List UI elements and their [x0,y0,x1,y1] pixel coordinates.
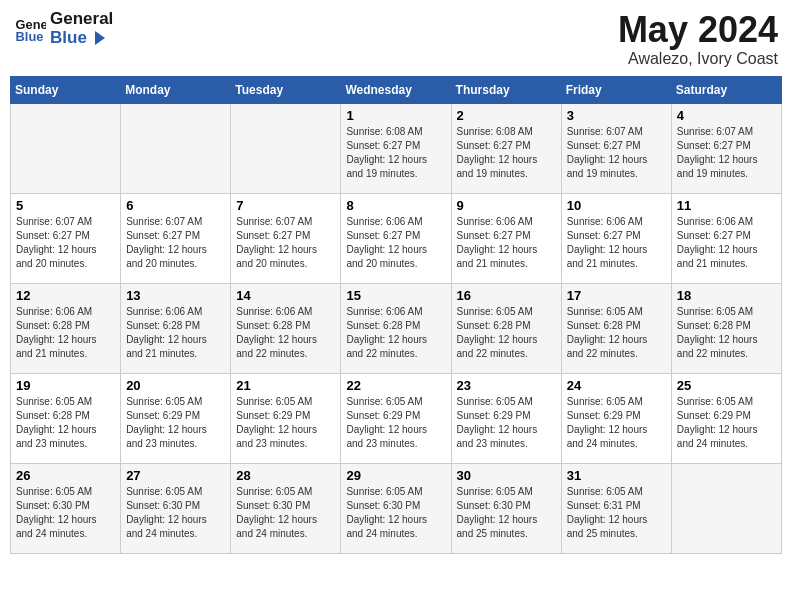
day-info: Sunrise: 6:05 AMSunset: 6:31 PMDaylight:… [567,485,666,541]
day-info: Sunrise: 6:06 AMSunset: 6:27 PMDaylight:… [346,215,445,271]
day-cell: 1Sunrise: 6:08 AMSunset: 6:27 PMDaylight… [341,103,451,193]
day-number: 14 [236,288,335,303]
day-number: 24 [567,378,666,393]
day-number: 10 [567,198,666,213]
day-cell: 8Sunrise: 6:06 AMSunset: 6:27 PMDaylight… [341,193,451,283]
day-cell: 13Sunrise: 6:06 AMSunset: 6:28 PMDayligh… [121,283,231,373]
day-number: 6 [126,198,225,213]
location: Awalezo, Ivory Coast [618,50,778,68]
day-number: 8 [346,198,445,213]
day-info: Sunrise: 6:05 AMSunset: 6:30 PMDaylight:… [457,485,556,541]
title-block: May 2024 Awalezo, Ivory Coast [618,10,778,68]
day-info: Sunrise: 6:05 AMSunset: 6:28 PMDaylight:… [457,305,556,361]
day-number: 22 [346,378,445,393]
day-number: 7 [236,198,335,213]
day-cell: 19Sunrise: 6:05 AMSunset: 6:28 PMDayligh… [11,373,121,463]
svg-marker-3 [95,31,105,45]
day-number: 9 [457,198,556,213]
weekday-header-thursday: Thursday [451,76,561,103]
day-cell: 21Sunrise: 6:05 AMSunset: 6:29 PMDayligh… [231,373,341,463]
day-cell: 25Sunrise: 6:05 AMSunset: 6:29 PMDayligh… [671,373,781,463]
week-row-1: 1Sunrise: 6:08 AMSunset: 6:27 PMDaylight… [11,103,782,193]
day-cell [231,103,341,193]
day-info: Sunrise: 6:06 AMSunset: 6:28 PMDaylight:… [346,305,445,361]
day-number: 21 [236,378,335,393]
day-info: Sunrise: 6:05 AMSunset: 6:30 PMDaylight:… [16,485,115,541]
weekday-header-row: SundayMondayTuesdayWednesdayThursdayFrid… [11,76,782,103]
calendar-table: SundayMondayTuesdayWednesdayThursdayFrid… [10,76,782,554]
day-cell: 16Sunrise: 6:05 AMSunset: 6:28 PMDayligh… [451,283,561,373]
day-info: Sunrise: 6:05 AMSunset: 6:28 PMDaylight:… [677,305,776,361]
day-number: 29 [346,468,445,483]
day-cell: 28Sunrise: 6:05 AMSunset: 6:30 PMDayligh… [231,463,341,553]
day-info: Sunrise: 6:05 AMSunset: 6:28 PMDaylight:… [567,305,666,361]
day-cell: 18Sunrise: 6:05 AMSunset: 6:28 PMDayligh… [671,283,781,373]
day-number: 3 [567,108,666,123]
day-cell: 6Sunrise: 6:07 AMSunset: 6:27 PMDaylight… [121,193,231,283]
day-number: 17 [567,288,666,303]
day-cell: 5Sunrise: 6:07 AMSunset: 6:27 PMDaylight… [11,193,121,283]
day-cell: 10Sunrise: 6:06 AMSunset: 6:27 PMDayligh… [561,193,671,283]
day-cell: 15Sunrise: 6:06 AMSunset: 6:28 PMDayligh… [341,283,451,373]
day-info: Sunrise: 6:05 AMSunset: 6:29 PMDaylight:… [346,395,445,451]
day-number: 16 [457,288,556,303]
day-info: Sunrise: 6:07 AMSunset: 6:27 PMDaylight:… [677,125,776,181]
day-info: Sunrise: 6:06 AMSunset: 6:28 PMDaylight:… [236,305,335,361]
day-number: 11 [677,198,776,213]
weekday-header-sunday: Sunday [11,76,121,103]
weekday-header-friday: Friday [561,76,671,103]
day-number: 26 [16,468,115,483]
day-info: Sunrise: 6:07 AMSunset: 6:27 PMDaylight:… [126,215,225,271]
day-cell: 3Sunrise: 6:07 AMSunset: 6:27 PMDaylight… [561,103,671,193]
day-number: 31 [567,468,666,483]
day-cell: 2Sunrise: 6:08 AMSunset: 6:27 PMDaylight… [451,103,561,193]
weekday-header-monday: Monday [121,76,231,103]
day-info: Sunrise: 6:06 AMSunset: 6:28 PMDaylight:… [126,305,225,361]
weekday-header-wednesday: Wednesday [341,76,451,103]
day-number: 13 [126,288,225,303]
day-cell [671,463,781,553]
logo-blue: Blue [50,29,113,48]
day-number: 18 [677,288,776,303]
day-cell: 20Sunrise: 6:05 AMSunset: 6:29 PMDayligh… [121,373,231,463]
logo: General Blue General Blue [14,10,113,47]
day-cell: 31Sunrise: 6:05 AMSunset: 6:31 PMDayligh… [561,463,671,553]
day-number: 25 [677,378,776,393]
day-cell: 14Sunrise: 6:06 AMSunset: 6:28 PMDayligh… [231,283,341,373]
day-number: 2 [457,108,556,123]
day-cell: 17Sunrise: 6:05 AMSunset: 6:28 PMDayligh… [561,283,671,373]
day-info: Sunrise: 6:06 AMSunset: 6:28 PMDaylight:… [16,305,115,361]
weekday-header-saturday: Saturday [671,76,781,103]
day-info: Sunrise: 6:07 AMSunset: 6:27 PMDaylight:… [236,215,335,271]
svg-text:Blue: Blue [16,29,44,44]
day-number: 23 [457,378,556,393]
day-number: 4 [677,108,776,123]
day-info: Sunrise: 6:05 AMSunset: 6:30 PMDaylight:… [126,485,225,541]
day-number: 12 [16,288,115,303]
day-number: 28 [236,468,335,483]
day-number: 19 [16,378,115,393]
day-number: 30 [457,468,556,483]
day-info: Sunrise: 6:07 AMSunset: 6:27 PMDaylight:… [16,215,115,271]
day-info: Sunrise: 6:06 AMSunset: 6:27 PMDaylight:… [677,215,776,271]
day-info: Sunrise: 6:08 AMSunset: 6:27 PMDaylight:… [346,125,445,181]
day-info: Sunrise: 6:05 AMSunset: 6:30 PMDaylight:… [236,485,335,541]
day-cell: 7Sunrise: 6:07 AMSunset: 6:27 PMDaylight… [231,193,341,283]
day-number: 20 [126,378,225,393]
week-row-5: 26Sunrise: 6:05 AMSunset: 6:30 PMDayligh… [11,463,782,553]
day-cell: 27Sunrise: 6:05 AMSunset: 6:30 PMDayligh… [121,463,231,553]
day-info: Sunrise: 6:05 AMSunset: 6:28 PMDaylight:… [16,395,115,451]
weekday-header-tuesday: Tuesday [231,76,341,103]
logo-general: General [50,10,113,29]
day-cell: 24Sunrise: 6:05 AMSunset: 6:29 PMDayligh… [561,373,671,463]
day-cell: 29Sunrise: 6:05 AMSunset: 6:30 PMDayligh… [341,463,451,553]
day-info: Sunrise: 6:05 AMSunset: 6:29 PMDaylight:… [457,395,556,451]
day-info: Sunrise: 6:06 AMSunset: 6:27 PMDaylight:… [567,215,666,271]
day-cell: 9Sunrise: 6:06 AMSunset: 6:27 PMDaylight… [451,193,561,283]
month-title: May 2024 [618,10,778,50]
day-cell: 23Sunrise: 6:05 AMSunset: 6:29 PMDayligh… [451,373,561,463]
day-cell: 26Sunrise: 6:05 AMSunset: 6:30 PMDayligh… [11,463,121,553]
day-info: Sunrise: 6:05 AMSunset: 6:29 PMDaylight:… [567,395,666,451]
day-info: Sunrise: 6:05 AMSunset: 6:29 PMDaylight:… [677,395,776,451]
day-cell: 4Sunrise: 6:07 AMSunset: 6:27 PMDaylight… [671,103,781,193]
